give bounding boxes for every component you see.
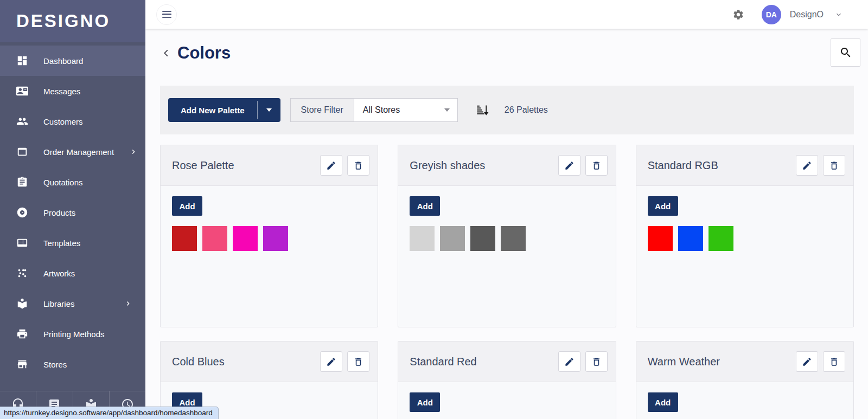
trash-icon: [591, 160, 602, 171]
add-color-button[interactable]: Add: [172, 196, 202, 216]
palette-card-body: Add: [398, 382, 615, 419]
store-filter-select[interactable]: All Stores: [354, 98, 458, 122]
edit-palette-button[interactable]: [320, 155, 342, 176]
sort-button[interactable]: [475, 103, 490, 118]
avatar[interactable]: DA: [762, 5, 781, 24]
brand-logo[interactable]: DESIGNO: [0, 0, 145, 42]
palette-title: Standard RGB: [648, 159, 791, 172]
caret-down-icon: [444, 108, 450, 112]
color-swatch[interactable]: [202, 226, 227, 251]
store-filter-value: All Stores: [363, 105, 400, 115]
sidebar-item-products[interactable]: Products: [0, 197, 145, 228]
dashboard-icon: [16, 55, 28, 67]
add-color-button[interactable]: Add: [648, 196, 678, 216]
add-new-palette-label: Add New Palette: [168, 98, 257, 122]
sidebar-item-libraries[interactable]: Libraries: [0, 288, 145, 319]
sidebar-item-label: Artworks: [43, 269, 132, 278]
library-icon: [16, 298, 28, 310]
delete-palette-button[interactable]: [585, 155, 608, 176]
delete-palette-button[interactable]: [347, 351, 369, 372]
add-color-button[interactable]: Add: [410, 392, 440, 412]
color-swatch[interactable]: [678, 226, 703, 251]
sidebar-item-artworks[interactable]: Artworks: [0, 258, 145, 288]
back-button[interactable]: [160, 47, 172, 59]
user-name[interactable]: DesignO: [790, 10, 824, 20]
clipboard-icon: [16, 176, 28, 188]
palette-card-body: Add: [161, 186, 378, 261]
chevron-right-icon: [124, 299, 132, 308]
trash-icon: [829, 160, 839, 171]
delete-palette-button[interactable]: [347, 155, 369, 176]
color-swatch[interactable]: [470, 226, 495, 251]
order-card-icon: [16, 146, 28, 158]
palette-title: Warm Weather: [648, 356, 791, 368]
sidebar-item-dashboard[interactable]: Dashboard: [0, 46, 145, 76]
edit-palette-button[interactable]: [796, 351, 818, 372]
color-swatch[interactable]: [440, 226, 465, 251]
sidebar-item-stores[interactable]: Stores: [0, 349, 145, 379]
sidebar-item-customers[interactable]: Customers: [0, 106, 145, 137]
pencil-icon: [564, 357, 575, 367]
pencil-icon: [326, 357, 336, 367]
search-button[interactable]: [831, 38, 860, 67]
color-swatch[interactable]: [263, 226, 288, 251]
printer-icon: [16, 328, 28, 340]
sidebar: DESIGNO Dashboard Messages Customers Ord…: [0, 0, 145, 419]
topbar-right: DA DesignO: [732, 5, 843, 24]
delete-palette-button[interactable]: [823, 155, 845, 176]
sidebar-item-quotations[interactable]: Quotations: [0, 167, 145, 197]
pencil-icon: [802, 357, 812, 367]
color-swatch[interactable]: [233, 226, 258, 251]
status-url-tooltip: https://turnkey.designo.software/app/das…: [0, 407, 219, 419]
sidebar-item-messages[interactable]: Messages: [0, 76, 145, 106]
chevron-right-icon: [129, 147, 138, 156]
sidebar-item-label: Templates: [43, 238, 132, 248]
sidebar-item-label: Dashboard: [43, 56, 132, 66]
delete-palette-button[interactable]: [585, 351, 608, 372]
add-color-button[interactable]: Add: [648, 392, 678, 412]
color-swatch[interactable]: [709, 226, 733, 251]
add-new-palette-button[interactable]: Add New Palette: [168, 98, 280, 122]
sidebar-item-label: Products: [43, 208, 132, 217]
edit-palette-button[interactable]: [558, 155, 580, 176]
sidebar-item-label: Stores: [43, 360, 132, 369]
swatch-row: [648, 226, 842, 251]
palette-card: Warm Weather Add: [636, 341, 854, 419]
edit-palette-button[interactable]: [796, 155, 818, 176]
color-swatch[interactable]: [172, 226, 197, 251]
app-root: DESIGNO Dashboard Messages Customers Ord…: [0, 0, 868, 419]
store-filter-label: Store Filter: [290, 98, 354, 122]
palette-card-header: Cold Blues: [161, 341, 378, 382]
edit-palette-button[interactable]: [558, 351, 580, 372]
palette-title: Greyish shades: [410, 159, 553, 172]
disc-icon: [16, 207, 28, 218]
sort-amount-desc-icon: [475, 103, 490, 118]
settings-button[interactable]: [732, 9, 744, 21]
color-swatch[interactable]: [410, 226, 435, 251]
palette-card: Standard Red Add: [398, 341, 616, 419]
palette-card-body: Add: [636, 382, 853, 419]
color-swatch[interactable]: [501, 226, 526, 251]
sidebar-item-order-management[interactable]: Order Management: [0, 137, 145, 167]
color-swatch[interactable]: [648, 226, 673, 251]
sidebar-item-label: Quotations: [43, 178, 132, 187]
hamburger-menu-button[interactable]: [156, 4, 177, 25]
sidebar-item-printing-methods[interactable]: Printing Methods: [0, 319, 145, 349]
palette-card-header: Standard RGB: [636, 145, 853, 186]
sidebar-item-templates[interactable]: Templates: [0, 228, 145, 258]
edit-palette-button[interactable]: [320, 351, 342, 372]
add-palette-dropdown-toggle[interactable]: [258, 98, 280, 122]
palette-card-body: Add: [398, 186, 615, 261]
sidebar-item-label: Order Management: [43, 147, 114, 157]
topbar: DA DesignO: [145, 0, 868, 29]
add-color-button[interactable]: Add: [410, 196, 440, 216]
chevron-down-icon[interactable]: [835, 11, 843, 18]
sidebar-item-label: Printing Methods: [43, 330, 132, 339]
palette-card-header: Warm Weather: [636, 341, 853, 382]
hamburger-menu-icon: [162, 11, 171, 12]
palette-card: Greyish shades Add: [398, 145, 616, 327]
palette-title: Cold Blues: [172, 356, 315, 368]
delete-palette-button[interactable]: [823, 351, 845, 372]
toolbar-band: Add New Palette Store Filter All Stores: [160, 86, 854, 134]
storefront-icon: [16, 358, 28, 370]
